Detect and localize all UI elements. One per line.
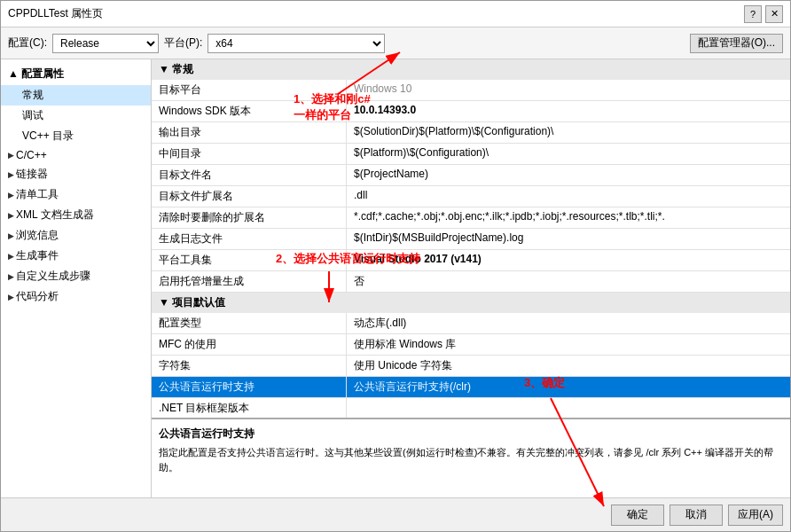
- expand-icon-linker: ▶: [8, 170, 14, 179]
- prop-row-clean-ext[interactable]: 清除时要删除的扩展名 *.cdf;*.cache;*.obj;*.obj.enc…: [152, 207, 790, 229]
- prop-row-managed-incr[interactable]: 启用托管增量生成 否: [152, 271, 790, 293]
- config-select[interactable]: Release: [52, 34, 159, 53]
- prop-value-clean-ext: *.cdf;*.cache;*.obj;*.obj.enc;*.ilk;*.ip…: [347, 207, 790, 228]
- prop-name-clean-ext: 清除时要删除的扩展名: [152, 207, 347, 228]
- prop-value-target-ext: .dll: [347, 186, 790, 207]
- sidebar-group-events[interactable]: ▶ 生成事件: [1, 246, 151, 266]
- sidebar-group-xml[interactable]: ▶ XML 文档生成器: [1, 205, 151, 225]
- prop-row-clr[interactable]: 公共语言运行时支持 公共语言运行时支持(/clr): [152, 377, 790, 398]
- title-bar-buttons: ? ✕: [744, 5, 783, 23]
- expand-icon-events: ▶: [8, 252, 14, 261]
- config-label: 配置(C):: [8, 35, 47, 51]
- content-area: ▼ 常规 目标平台 Windows 10 Windows SDK 版本 10.0…: [152, 59, 790, 497]
- prop-row-charset[interactable]: 字符集 使用 Unicode 字符集: [152, 356, 790, 377]
- expand-icon-analysis: ▶: [8, 293, 14, 301]
- prop-name-sdk: Windows SDK 版本: [152, 101, 347, 121]
- sidebar-group-xml-label: XML 文档生成器: [16, 207, 94, 223]
- prop-row-log-file[interactable]: 生成日志文件 $(IntDir)$(MSBuildProjectName).lo…: [152, 229, 790, 250]
- prop-value-net-framework: [347, 398, 790, 418]
- main-dialog: CPPDLLTest 属性页 ? ✕ 配置(C): Release 平台(P):…: [0, 0, 791, 532]
- toolbar: 配置(C): Release 平台(P): x64 配置管理器(O)...: [1, 27, 790, 59]
- sidebar-item-general[interactable]: 常规: [1, 85, 151, 106]
- prop-row-net-framework[interactable]: .NET 目标框架版本: [152, 398, 790, 418]
- property-table: ▼ 常规 目标平台 Windows 10 Windows SDK 版本 10.0…: [152, 59, 790, 418]
- prop-value-target-name: $(ProjectName): [347, 165, 790, 185]
- prop-value-config-type: 动态库(.dll): [347, 313, 790, 333]
- description-area: 公共语言运行时支持 指定此配置是否支持公共语言运行时。这与其他某些设置(例如运行…: [152, 418, 790, 497]
- expand-icon-browse: ▶: [8, 231, 14, 240]
- prop-name-charset: 字符集: [152, 356, 347, 376]
- prop-name-intermediate-dir: 中间目录: [152, 144, 347, 164]
- prop-row-config-type[interactable]: 配置类型 动态库(.dll): [152, 313, 790, 334]
- prop-row-output-dir[interactable]: 输出目录 $(SolutionDir)$(Platform)\$(Configu…: [152, 122, 790, 144]
- sidebar-item-vc-dirs[interactable]: VC++ 目录: [1, 126, 151, 146]
- apply-button[interactable]: 应用(A): [728, 505, 783, 526]
- prop-row-sdk[interactable]: Windows SDK 版本 10.0.14393.0: [152, 101, 790, 122]
- title-bar: CPPDLLTest 属性页 ? ✕: [1, 1, 790, 27]
- expand-icon-cpp: ▶: [8, 151, 14, 160]
- sidebar-item-debug[interactable]: 调试: [1, 106, 151, 126]
- prop-row-target-ext[interactable]: 目标文件扩展名 .dll: [152, 186, 790, 207]
- section-defaults[interactable]: ▼ 项目默认值: [152, 293, 790, 313]
- prop-name-target-ext: 目标文件扩展名: [152, 186, 347, 207]
- sidebar-group-manifest-label: 清单工具: [16, 187, 59, 202]
- sidebar-group-linker[interactable]: ▶ 链接器: [1, 164, 151, 184]
- prop-name-log-file: 生成日志文件: [152, 229, 347, 249]
- help-button[interactable]: ?: [744, 5, 762, 23]
- section-general-label: ▼ 常规: [159, 62, 193, 77]
- prop-row-intermediate-dir[interactable]: 中间目录 $(Platform)\$(Configuration)\: [152, 144, 790, 165]
- section-defaults-label: ▼ 项目默认值: [159, 295, 225, 310]
- dialog-title: CPPDLLTest 属性页: [8, 6, 103, 21]
- prop-value-clr: 公共语言运行时支持(/clr): [347, 377, 790, 397]
- description-title: 公共语言运行时支持: [159, 426, 783, 442]
- prop-value-target-platform: Windows 10: [347, 80, 790, 100]
- platform-select[interactable]: x64: [208, 34, 385, 53]
- sidebar-group-events-label: 生成事件: [16, 248, 59, 263]
- prop-value-managed-incr: 否: [347, 271, 790, 292]
- sidebar-group-cpp[interactable]: ▶ C/C++: [1, 146, 151, 164]
- description-text: 指定此配置是否支持公共语言运行时。这与其他某些设置(例如运行时检查)不兼容。有关…: [159, 445, 783, 474]
- config-manager-button[interactable]: 配置管理器(O)...: [690, 34, 783, 53]
- prop-value-intermediate-dir: $(Platform)\$(Configuration)\: [347, 144, 790, 164]
- sidebar-group-custom[interactable]: ▶ 自定义生成步骤: [1, 266, 151, 286]
- sidebar-group-manifest[interactable]: ▶ 清单工具: [1, 184, 151, 205]
- prop-value-mfc: 使用标准 Windows 库: [347, 334, 790, 355]
- expand-icon-custom: ▶: [8, 272, 14, 281]
- sidebar-group-browse[interactable]: ▶ 浏览信息: [1, 225, 151, 246]
- sidebar-group-cpp-label: C/C++: [16, 149, 47, 161]
- prop-row-toolset[interactable]: 平台工具集 Visual Studio 2017 (v141): [152, 250, 790, 271]
- prop-name-output-dir: 输出目录: [152, 122, 347, 143]
- sidebar-group-linker-label: 链接器: [16, 167, 48, 182]
- sidebar-group-browse-label: 浏览信息: [16, 228, 59, 243]
- cancel-button[interactable]: 取消: [670, 505, 723, 526]
- prop-name-target-platform: 目标平台: [152, 80, 347, 100]
- sidebar-header-text: ▲ 配置属性: [8, 66, 64, 82]
- platform-label: 平台(P):: [164, 35, 202, 51]
- prop-name-config-type: 配置类型: [152, 313, 347, 333]
- prop-value-sdk: 10.0.14393.0: [347, 101, 790, 121]
- sidebar-group-custom-label: 自定义生成步骤: [16, 269, 90, 284]
- expand-icon-manifest: ▶: [8, 191, 14, 200]
- prop-name-managed-incr: 启用托管增量生成: [152, 271, 347, 292]
- prop-name-mfc: MFC 的使用: [152, 334, 347, 355]
- sidebar-group-analysis[interactable]: ▶ 代码分析: [1, 286, 151, 307]
- prop-name-toolset: 平台工具集: [152, 250, 347, 270]
- sidebar: ▲ 配置属性 常规 调试 VC++ 目录 ▶ C/C++ ▶ 链接器 ▶ 清单工…: [1, 59, 152, 497]
- prop-row-mfc[interactable]: MFC 的使用 使用标准 Windows 库: [152, 334, 790, 356]
- close-button[interactable]: ✕: [765, 5, 783, 23]
- prop-name-target-name: 目标文件名: [152, 165, 347, 185]
- prop-name-clr: 公共语言运行时支持: [152, 377, 347, 397]
- sidebar-header: ▲ 配置属性: [1, 63, 151, 85]
- prop-value-output-dir: $(SolutionDir)$(Platform)\$(Configuratio…: [347, 122, 790, 143]
- sidebar-group-analysis-label: 代码分析: [16, 289, 59, 304]
- confirm-button[interactable]: 确定: [611, 505, 664, 526]
- prop-name-net-framework: .NET 目标框架版本: [152, 398, 347, 418]
- expand-icon-xml: ▶: [8, 211, 14, 220]
- prop-row-target-name[interactable]: 目标文件名 $(ProjectName): [152, 165, 790, 186]
- prop-value-charset: 使用 Unicode 字符集: [347, 356, 790, 376]
- prop-value-toolset: Visual Studio 2017 (v141): [347, 250, 790, 270]
- prop-row-target-platform[interactable]: 目标平台 Windows 10: [152, 80, 790, 101]
- section-general[interactable]: ▼ 常规: [152, 59, 790, 80]
- footer: 确定 取消 应用(A): [1, 497, 790, 531]
- prop-value-log-file: $(IntDir)$(MSBuildProjectName).log: [347, 229, 790, 249]
